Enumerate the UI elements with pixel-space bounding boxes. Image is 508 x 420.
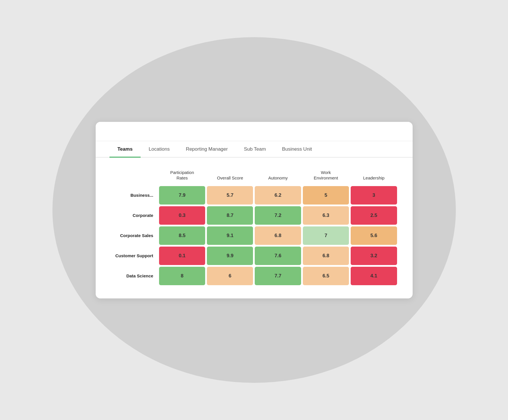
heatmap-cell: 6.3 xyxy=(303,206,349,225)
heatmap-cell: 7.9 xyxy=(159,186,205,205)
empty-header xyxy=(111,166,157,184)
heatmap-cell: 7 xyxy=(303,226,349,245)
heatmap-cell: 6.2 xyxy=(255,186,301,205)
row-label: Customer Support xyxy=(111,247,157,265)
table-wrapper: ParticipationRatesOverall ScoreAutonomyW… xyxy=(96,158,413,287)
tab-teams[interactable]: Teams xyxy=(109,141,141,158)
heatmap-cell: 7.7 xyxy=(255,267,301,285)
heatmap-cell: 6.8 xyxy=(303,247,349,265)
column-header: WorkEnvironment xyxy=(303,166,349,184)
table-row: Customer Support0.19.97.66.83.2 xyxy=(111,247,397,265)
row-label: Data Science xyxy=(111,267,157,285)
table-row: Business...7.95.76.253 xyxy=(111,186,397,205)
column-header: Overall Score xyxy=(207,166,253,184)
table-row: Corporate Sales8.59.16.875.6 xyxy=(111,226,397,245)
column-header: Leadership xyxy=(351,166,397,184)
heatmap-cell: 6.8 xyxy=(255,226,301,245)
tab-business-unit[interactable]: Business Unit xyxy=(274,141,320,158)
main-card: TeamsLocationsReporting ManagerSub TeamB… xyxy=(96,122,413,298)
heatmap-cell: 9.1 xyxy=(207,226,253,245)
heatmap-cell: 6.5 xyxy=(303,267,349,285)
background-circle: TeamsLocationsReporting ManagerSub TeamB… xyxy=(52,37,456,383)
row-label: Corporate xyxy=(111,206,157,225)
heatmap-cell: 5 xyxy=(303,186,349,205)
heatmap-cell: 7.2 xyxy=(255,206,301,225)
heatmap-cell: 4.1 xyxy=(351,267,397,285)
row-label: Business... xyxy=(111,186,157,205)
card-header xyxy=(96,122,413,141)
column-header: Autonomy xyxy=(255,166,301,184)
heatmap-cell: 8.7 xyxy=(207,206,253,225)
heatmap-cell: 8 xyxy=(159,267,205,285)
heatmap-cell: 7.6 xyxy=(255,247,301,265)
tab-locations[interactable]: Locations xyxy=(141,141,178,158)
heatmap-cell: 3.2 xyxy=(351,247,397,265)
heatmap-cell: 0.3 xyxy=(159,206,205,225)
table-row: Data Science867.76.54.1 xyxy=(111,267,397,285)
heatmap-cell: 5.6 xyxy=(351,226,397,245)
heatmap-cell: 3 xyxy=(351,186,397,205)
table-row: Corporate0.38.77.26.32.5 xyxy=(111,206,397,225)
heatmap-cell: 0.1 xyxy=(159,247,205,265)
heatmap-cell: 9.9 xyxy=(207,247,253,265)
heatmap-cell: 6 xyxy=(207,267,253,285)
heatmap-cell: 2.5 xyxy=(351,206,397,225)
tabs-container: TeamsLocationsReporting ManagerSub TeamB… xyxy=(96,141,413,158)
column-header: ParticipationRates xyxy=(159,166,205,184)
row-label: Corporate Sales xyxy=(111,226,157,245)
heatmap-cell: 8.5 xyxy=(159,226,205,245)
heatmap-cell: 5.7 xyxy=(207,186,253,205)
tab-reporting-manager[interactable]: Reporting Manager xyxy=(178,141,236,158)
heatmap-table: ParticipationRatesOverall ScoreAutonomyW… xyxy=(109,164,399,287)
tab-sub-team[interactable]: Sub Team xyxy=(236,141,274,158)
